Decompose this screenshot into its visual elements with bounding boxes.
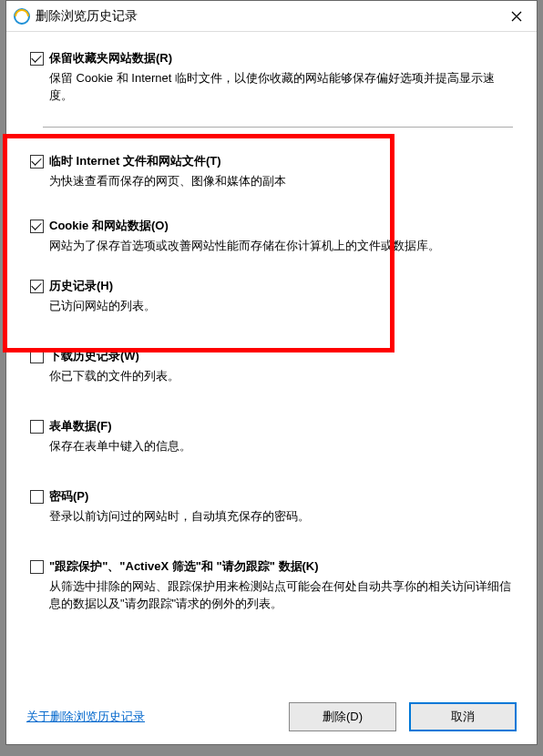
option-label: "跟踪保护"、"ActiveX 筛选"和 "请勿跟踪" 数据(K)	[49, 558, 319, 575]
delete-button[interactable]: 删除(D)	[289, 702, 396, 731]
checkbox-cookies[interactable]	[30, 220, 44, 233]
checkbox-preserve-favorites[interactable]	[30, 52, 44, 66]
option-history: 历史记录(H) 已访问网站的列表。	[30, 278, 513, 315]
button-label: 取消	[451, 709, 475, 725]
option-label: 临时 Internet 文件和网站文件(T)	[49, 153, 221, 169]
option-desc: 保存在表单中键入的信息。	[49, 438, 513, 455]
option-tracking-protection: "跟踪保护"、"ActiveX 筛选"和 "请勿跟踪" 数据(K) 从筛选中排除…	[30, 558, 513, 613]
internet-explorer-icon	[14, 8, 30, 25]
option-label: 历史记录(H)	[49, 278, 113, 294]
titlebar: 删除浏览历史记录	[6, 1, 537, 32]
button-label: 删除(D)	[323, 709, 363, 725]
option-label: Cookie 和网站数据(O)	[49, 218, 169, 234]
option-desc: 你已下载的文件的列表。	[49, 368, 513, 385]
option-desc: 网站为了保存首选项或改善网站性能而存储在你计算机上的文件或数据库。	[49, 238, 513, 255]
learn-more-link[interactable]: 关于删除浏览历史记录	[26, 709, 276, 725]
checkbox-passwords[interactable]	[30, 490, 44, 504]
bottom-bar: 关于删除浏览历史记录 删除(D) 取消	[6, 702, 537, 731]
cancel-button[interactable]: 取消	[409, 702, 517, 731]
option-cookies: Cookie 和网站数据(O) 网站为了保存首选项或改善网站性能而存储在你计算机…	[30, 218, 513, 255]
option-passwords: 密码(P) 登录以前访问过的网站时，自动填充保存的密码。	[30, 488, 513, 526]
option-desc: 从筛选中排除的网站、跟踪保护用来检测站点可能会在何处自动共享你的相关访问详细信息…	[49, 578, 513, 613]
checkbox-tracking-protection[interactable]	[30, 560, 44, 574]
close-button[interactable]	[497, 1, 537, 32]
option-form-data: 表单数据(F) 保存在表单中键入的信息。	[30, 418, 513, 455]
option-temp-files: 临时 Internet 文件和网站文件(T) 为快速查看而保存的网页、图像和媒体…	[30, 153, 513, 190]
checkbox-history[interactable]	[30, 280, 44, 293]
option-preserve-favorites: 保留收藏夹网站数据(R) 保留 Cookie 和 Internet 临时文件，以…	[30, 50, 513, 105]
option-desc: 登录以前访问过的网站时，自动填充保存的密码。	[49, 508, 513, 526]
checkbox-temp-files[interactable]	[30, 155, 44, 169]
option-label: 保留收藏夹网站数据(R)	[49, 50, 172, 66]
option-desc: 保留 Cookie 和 Internet 临时文件，以使你收藏的网站能够保存偏好…	[49, 70, 513, 105]
option-label: 表单数据(F)	[49, 418, 112, 434]
option-download-history: 下载历史记录(W) 你已下载的文件的列表。	[30, 348, 513, 385]
option-label: 密码(P)	[49, 488, 88, 505]
option-desc: 已访问网站的列表。	[49, 298, 513, 315]
option-desc: 为快速查看而保存的网页、图像和媒体的副本	[49, 173, 513, 190]
dialog-title: 删除浏览历史记录	[36, 8, 497, 25]
delete-history-dialog: 删除浏览历史记录 保留收藏夹网站数据(R) 保留 Cookie 和 Intern…	[5, 0, 538, 745]
checkbox-download-history[interactable]	[30, 350, 44, 363]
content-area: 保留收藏夹网站数据(R) 保留 Cookie 和 Internet 临时文件，以…	[6, 32, 537, 612]
option-label: 下载历史记录(W)	[49, 348, 139, 364]
checkbox-form-data[interactable]	[30, 420, 44, 434]
